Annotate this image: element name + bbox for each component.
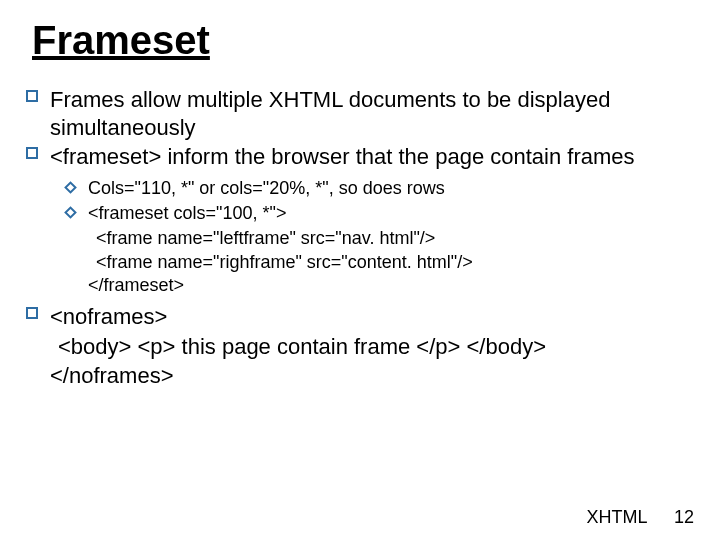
bullet-3-text: <noframes> [50,304,167,329]
bullet-2-text: <frameset> inform the browser that the p… [50,144,635,169]
code-line-3-text: </frameset> [88,275,184,295]
bullet-2: <frameset> inform the browser that the p… [26,143,694,171]
sub-bullet-2: <frameset cols="100, *"> [64,202,694,225]
diamond-bullet-icon [64,181,77,194]
diamond-bullet-icon [64,206,77,219]
footer-label: XHTML [587,507,647,527]
sub-bullet-group: Cols="110, *" or cols="20%, *", so does … [64,177,694,298]
sub-bullet-2-text: <frameset cols="100, *"> [88,203,286,223]
bullet-3-line-2: <body> <p> this page contain frame </p> … [58,333,694,362]
square-bullet-icon [26,307,38,319]
bullet-3-line-3: </noframes> [26,362,694,390]
sub-bullet-1-text: Cols="110, *" or cols="20%, *", so does … [88,178,445,198]
bullet-3-line-3-text: </noframes> [50,363,174,388]
bullet-3: <noframes> [26,303,694,331]
square-bullet-icon [26,90,38,102]
code-line-2: <frame name="righframe" src="content. ht… [96,251,694,274]
slide-footer: XHTML 12 [587,507,694,528]
slide-title: Frameset [32,18,694,62]
code-line-1: <frame name="leftframe" src="nav. html"/… [96,227,694,250]
code-line-3: </frameset> [64,274,694,297]
square-bullet-icon [26,147,38,159]
bullet-1-text: Frames allow multiple XHTML documents to… [50,87,610,140]
slide: Frameset Frames allow multiple XHTML doc… [0,0,720,540]
bullet-1: Frames allow multiple XHTML documents to… [26,86,694,141]
page-number: 12 [674,507,694,527]
sub-bullet-1: Cols="110, *" or cols="20%, *", so does … [64,177,694,200]
